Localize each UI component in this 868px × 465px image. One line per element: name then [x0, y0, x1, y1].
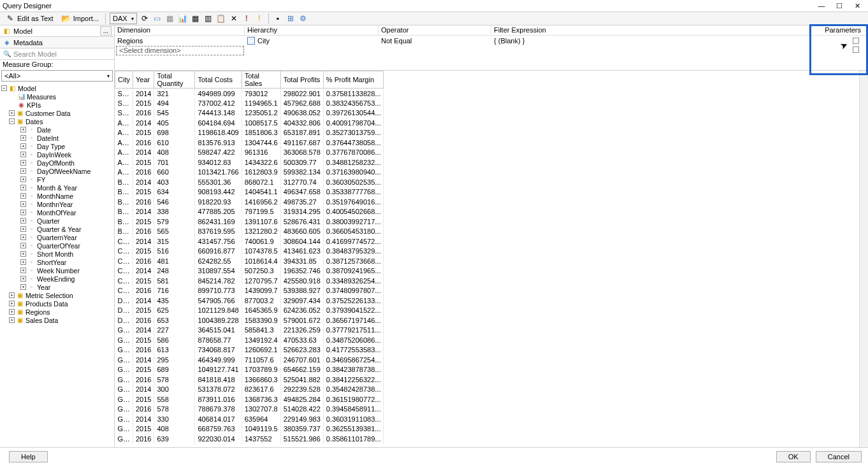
tree-dates-7[interactable]: +▫Month & Year: [0, 183, 114, 192]
add-member-icon[interactable]: ▦: [165, 13, 175, 24]
table-row[interactable]: Grif...2015408668759.7631049119.5380359.…: [115, 424, 384, 434]
tree-regions[interactable]: +▣Regions: [0, 308, 114, 316]
table-row[interactable]: Ces...2015516660916.8771074378.5413461.6…: [115, 247, 384, 257]
tree-toggle-icon[interactable]: −: [9, 118, 15, 124]
tree-customer-data[interactable]: +▣Customer Data: [0, 109, 114, 117]
measure-group-combo[interactable]: <All> ▾: [1, 70, 113, 82]
close-icon[interactable]: ✕: [853, 1, 862, 10]
import-button[interactable]: 📂 Import...: [59, 13, 101, 24]
table-row[interactable]: Gra...2016578788679.3781302707.8514028.4…: [115, 404, 384, 415]
col-header-1[interactable]: Year: [133, 71, 154, 89]
table-row[interactable]: Du...2014435547905.766877003.2329097.434…: [115, 296, 384, 306]
tree-dates-2[interactable]: +▫Day Type: [0, 142, 114, 150]
tree-dates-5[interactable]: +▫DayOfWeekName: [0, 167, 114, 175]
tree-dates-11[interactable]: +▫Quarter: [0, 217, 114, 225]
table-row[interactable]: Go...2016613734068.8171260692.1526623.28…: [115, 345, 384, 355]
tree-dates-13[interactable]: +▫QuarternYear: [0, 233, 114, 241]
tree-dates-6[interactable]: +▫FY: [0, 175, 114, 183]
col-header-0[interactable]: City: [115, 71, 133, 89]
table-row[interactable]: Alb...20156981198618.4091851806.3653187.…: [115, 128, 384, 138]
auto-exec-icon[interactable]: ▥: [203, 13, 213, 24]
table-row[interactable]: Gra...2014300531378.072823617.6292239.52…: [115, 385, 384, 395]
table-row[interactable]: Du...20156251021129.8481645365.9624236.0…: [115, 306, 384, 316]
tree-sales-data[interactable]: +▣Sales Data: [0, 316, 114, 324]
table-row[interactable]: Go...2014227364515.041585841.3221326.259…: [115, 326, 384, 336]
toggle-panel-icon[interactable]: ▭: [152, 13, 163, 24]
params-icon[interactable]: ⚙: [298, 13, 308, 24]
tree-toggle-icon[interactable]: +: [20, 176, 26, 182]
help-button[interactable]: Help: [9, 451, 48, 462]
table-row[interactable]: Go...2015586878658.771349192.4470533.630…: [115, 335, 384, 345]
tree-dates-3[interactable]: +▫DayInWeek: [0, 150, 114, 159]
tree-toggle-icon[interactable]: +: [20, 201, 26, 207]
col-header-4[interactable]: Total Sales: [242, 71, 280, 89]
vertical-scrollbar[interactable]: [859, 71, 868, 448]
table-row[interactable]: Cof...2016716899710.7731439099.7539388.9…: [115, 286, 384, 296]
language-combo[interactable]: DAX ▾: [110, 13, 137, 24]
calc-member-icon[interactable]: 📊: [178, 13, 188, 24]
table-row[interactable]: Grif...2014330406814.017635964229149.983…: [115, 414, 384, 424]
table-row[interactable]: Go...2014295464349.999711057.6246707.601…: [115, 355, 384, 365]
filter-expression[interactable]: { (Blank) }: [491, 36, 809, 45]
tree-toggle-icon[interactable]: +: [20, 168, 26, 174]
tree-dates-17[interactable]: +▫Week Number: [0, 266, 114, 275]
execute-icon[interactable]: !: [242, 13, 252, 24]
col-header-6[interactable]: % Profit Margin: [323, 71, 384, 89]
design-mode-icon[interactable]: ▪: [273, 13, 283, 24]
refresh-icon[interactable]: ⟳: [140, 13, 150, 24]
tree-toggle-icon[interactable]: +: [20, 268, 26, 273]
tree-toggle-icon[interactable]: +: [9, 301, 15, 306]
table-row[interactable]: Cof...2014248310897.554507250.3196352.74…: [115, 266, 384, 276]
table-row[interactable]: Gra...2015558873911.0161368736.3494825.2…: [115, 394, 384, 404]
table-row[interactable]: Cof...2015581845214.7821270795.7425580.9…: [115, 276, 384, 286]
cancel-exec-icon[interactable]: !: [254, 13, 264, 24]
minimize-icon[interactable]: —: [817, 1, 826, 10]
tree-dates-8[interactable]: +▫MonthName: [0, 192, 114, 200]
table-row[interactable]: Ces...2014315431457.756740061.9308604.14…: [115, 236, 384, 247]
maximize-icon[interactable]: ☐: [835, 1, 844, 10]
tree-toggle-icon[interactable]: +: [20, 276, 26, 282]
tree-toggle-icon[interactable]: +: [9, 309, 15, 315]
edit-as-text-button[interactable]: ✎ Edit as Text: [3, 13, 56, 24]
tree-toggle-icon[interactable]: +: [20, 135, 26, 141]
table-row[interactable]: Alb...2014405604184.6941008517.5404332.8…: [115, 118, 384, 128]
tree-dates-15[interactable]: +▫Short Month: [0, 250, 114, 258]
tree-dates-14[interactable]: +▫QuarterOfYear: [0, 241, 114, 250]
tree-toggle-icon[interactable]: +: [20, 243, 26, 248]
results-grid[interactable]: CityYearTotal QuantityTotal CostsTotal S…: [115, 71, 384, 444]
tree-toggle-icon[interactable]: +: [20, 152, 26, 157]
flatten-icon[interactable]: ⊞: [286, 13, 296, 24]
ok-button[interactable]: OK: [776, 451, 811, 462]
tree-toggle-icon[interactable]: +: [20, 234, 26, 240]
table-row[interactable]: Syd...2016545744413.1481235051.2490638.0…: [115, 108, 384, 118]
tree-dates-19[interactable]: +▫Year: [0, 283, 114, 291]
select-dimension-placeholder[interactable]: <Select dimension>: [116, 46, 244, 55]
tree-toggle-icon[interactable]: +: [20, 143, 26, 149]
tree-toggle-icon[interactable]: +: [9, 317, 15, 323]
tree-toggle-icon[interactable]: +: [9, 292, 15, 298]
tree-toggle-icon[interactable]: +: [20, 251, 26, 257]
parameter-checkbox-empty[interactable]: [853, 46, 859, 53]
tree-dates-10[interactable]: +▫MonthOfYear: [0, 208, 114, 217]
tree-toggle-icon[interactable]: +: [20, 284, 26, 290]
parameter-checkbox[interactable]: [853, 38, 859, 44]
metadata-tab[interactable]: ◈ Metadata: [0, 37, 114, 48]
tree-dates-9[interactable]: +▫MonthnYear: [0, 200, 114, 208]
filter-hierarchy[interactable]: ⬚ City: [245, 36, 379, 45]
tree-metric-selection[interactable]: +▣Metric Selection: [0, 291, 114, 299]
model-ellipsis-button[interactable]: ...: [100, 26, 112, 36]
tree-model[interactable]: −◧Model: [0, 84, 114, 92]
tree-dates-0[interactable]: +▫Date: [0, 125, 114, 134]
tree-toggle-icon[interactable]: +: [20, 127, 26, 132]
tree-dates-12[interactable]: +▫Quarter & Year: [0, 225, 114, 233]
table-row[interactable]: Go...20156891049127.7411703789.9654662.1…: [115, 365, 384, 375]
filter-row[interactable]: Regions ⬚ City Not Equal { (Blank) }: [115, 36, 868, 46]
tree-toggle-icon[interactable]: +: [20, 160, 26, 166]
table-row[interactable]: Bat...2014403555301.36868072.1312770.740…: [115, 177, 384, 187]
table-row[interactable]: Go...2016578841818.4181366860.3525041.88…: [115, 375, 384, 385]
table-row[interactable]: Bat...2015634908193.4421404541.1496347.6…: [115, 187, 384, 197]
tree-toggle-icon[interactable]: +: [20, 210, 26, 215]
table-row[interactable]: Ar...20166601013421.7661612803.9599382.1…: [115, 168, 384, 178]
table-row[interactable]: Grif...2016639922030.0141437552515521.98…: [115, 434, 384, 444]
table-row[interactable]: Bro...2016565837619.5951321280.2483660.6…: [115, 227, 384, 237]
